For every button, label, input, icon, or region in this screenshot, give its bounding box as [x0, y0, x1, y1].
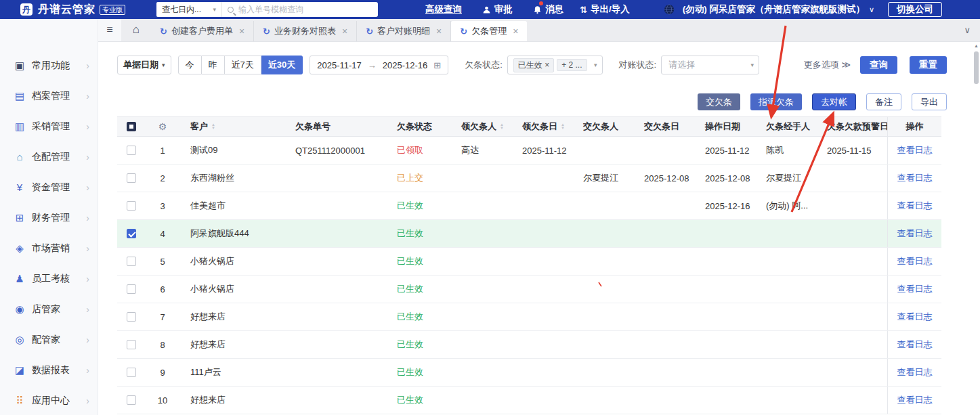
table-row[interactable]: 6小猪火锅店已生效查看日志 [117, 276, 941, 303]
view-log-link[interactable]: 查看日志 [897, 311, 933, 323]
refresh-icon[interactable]: ↻ [366, 26, 373, 37]
sort-icon[interactable]: ▲▼ [211, 123, 215, 130]
sidebar-item-warehouse[interactable]: ⌂仓配管理› [0, 141, 98, 172]
search-scope-select[interactable]: 查七日内... ▾ [156, 2, 222, 17]
iou-status-select[interactable]: 已生效 ×+ 2 ... ▾ [507, 56, 603, 74]
tab-business-finance-compare[interactable]: ↻业务财务对照表× [254, 21, 357, 41]
table-row[interactable]: 1测试09QT251112000001已领取高达2025-11-122025-1… [117, 137, 941, 165]
table-row[interactable]: 9111卢云已生效查看日志 [117, 359, 941, 387]
quick-range-0[interactable]: 今 [178, 56, 202, 74]
row-select-cell[interactable] [117, 220, 146, 247]
row-select-cell[interactable] [117, 331, 146, 358]
sidebar-item-common-functions[interactable]: ▣常用功能› [0, 50, 98, 81]
quick-range-1[interactable]: 昨 [202, 56, 225, 74]
submit-iou-button[interactable]: 交欠条 [698, 93, 740, 110]
column-header-handler[interactable]: 欠条经手人 [755, 117, 816, 136]
advanced-search-link[interactable]: 高级查询 [425, 3, 462, 16]
row-checkbox[interactable] [127, 257, 136, 266]
close-icon[interactable]: × [239, 26, 244, 37]
status-tag-1[interactable]: + 2 ... [557, 59, 587, 71]
column-header-submit_date[interactable]: 交欠条日 [633, 117, 694, 136]
view-log-link[interactable]: 查看日志 [897, 227, 933, 240]
view-log-link[interactable]: 查看日志 [897, 255, 933, 267]
sidebar-item-reports[interactable]: ◪数据报表› [0, 355, 98, 385]
more-options-link[interactable]: 更多选项 ≫ [804, 59, 851, 71]
tab-iou-management[interactable]: ↻欠条管理× [451, 21, 527, 41]
table-row[interactable]: 5小猪火锅店已生效查看日志 [117, 248, 941, 276]
row-checkbox[interactable] [127, 395, 136, 405]
column-header-receive_date[interactable]: 领欠条日▲▼ [511, 117, 572, 136]
table-row[interactable]: 2东西湖粉丝已上交尔夏提江2025-12-082025-12-08尔夏提江查看日… [117, 165, 941, 192]
quick-range-2[interactable]: 近7天 [225, 56, 261, 74]
select-all-checkbox[interactable] [127, 122, 136, 131]
row-checkbox[interactable] [127, 312, 136, 322]
sidebar-item-app-center[interactable]: ⠿应用中心› [0, 385, 98, 415]
query-button[interactable]: 查询 [860, 56, 897, 74]
go-reconcile-button[interactable]: 去对帐 [812, 93, 856, 110]
view-log-link[interactable]: 查看日志 [897, 200, 933, 212]
column-header-receiver[interactable]: 领欠条人▲▼ [450, 117, 511, 136]
row-checkbox[interactable] [127, 173, 136, 183]
scrollbar-thumb[interactable] [974, 51, 979, 84]
sidebar-item-shop-keeper[interactable]: ◉店管家› [0, 294, 98, 324]
row-select-cell[interactable] [117, 387, 146, 414]
vertical-scrollbar[interactable]: ▲ [973, 43, 979, 414]
export-button[interactable]: 导出 [912, 93, 947, 110]
refresh-icon[interactable]: ↻ [460, 26, 467, 37]
column-header-status[interactable]: 欠条状态 [386, 117, 450, 136]
column-header-submitter[interactable]: 交欠条人 [572, 117, 633, 136]
close-icon[interactable]: × [436, 26, 442, 37]
tabs-overflow-icon[interactable]: ∨ [954, 25, 980, 35]
row-select-cell[interactable] [117, 192, 146, 219]
view-log-link[interactable]: 查看日志 [897, 172, 933, 184]
status-tag-0[interactable]: 已生效 × [513, 58, 554, 72]
column-header-op_date[interactable]: 操作日期 [694, 117, 755, 136]
view-log-link[interactable]: 查看日志 [897, 283, 933, 295]
row-select-cell[interactable] [117, 137, 146, 164]
row-select-cell[interactable] [117, 303, 146, 330]
table-row[interactable]: 8好想来店已生效查看日志 [117, 331, 941, 359]
table-row[interactable]: 3佳美超市已生效2025-12-16(勿动) 阿...查看日志 [117, 192, 941, 220]
row-select-cell[interactable] [117, 359, 146, 386]
scroll-up-icon[interactable]: ▲ [973, 43, 979, 48]
view-log-link[interactable]: 查看日志 [897, 338, 933, 351]
close-icon[interactable]: × [342, 26, 347, 37]
view-log-link[interactable]: 查看日志 [897, 144, 933, 156]
close-icon[interactable]: × [513, 26, 518, 37]
row-select-cell[interactable] [117, 248, 146, 275]
recon-status-select[interactable]: 请选择 ▾ [661, 56, 759, 74]
sidebar-item-archives[interactable]: ▤档案管理› [0, 81, 98, 111]
quick-range-3[interactable]: 近30天 [261, 56, 303, 74]
import-export-button[interactable]: ⇅ 导出/导入 [580, 3, 630, 16]
switch-company-button[interactable]: 切换公司 [888, 2, 942, 17]
table-row[interactable]: 10好想来店已生效查看日志 [117, 387, 941, 414]
refresh-icon[interactable]: ↻ [263, 26, 270, 37]
home-icon[interactable]: ⌂ [121, 18, 151, 41]
row-select-cell[interactable] [117, 165, 146, 192]
assign-iou-button[interactable]: 指派欠条 [750, 93, 802, 110]
approval-button[interactable]: 审批 [482, 3, 513, 16]
reset-button[interactable]: 重置 [910, 56, 947, 74]
sidebar-item-funds[interactable]: ¥资金管理› [0, 172, 98, 202]
search-input[interactable] [238, 5, 372, 14]
refresh-icon[interactable]: ↻ [160, 26, 167, 37]
sidebar-item-finance[interactable]: ⊞财务管理› [0, 202, 98, 233]
table-row[interactable]: 4阿呆旗舰版444已生效查看日志 [117, 220, 941, 248]
row-select-cell[interactable] [117, 276, 146, 303]
row-checkbox[interactable] [127, 368, 136, 377]
collapse-menu-icon[interactable]: ≡ [98, 18, 121, 41]
sidebar-item-purchase-sales[interactable]: ▥采销管理› [0, 111, 98, 141]
column-header-action[interactable]: 操作 [887, 117, 941, 136]
sidebar-item-staff-assessment[interactable]: ♟员工考核› [0, 263, 98, 294]
column-header-warn_date[interactable]: 欠条欠款预警日期 [816, 117, 887, 136]
date-field-dropdown[interactable]: 单据日期 ▾ [117, 56, 171, 74]
column-header-iou_no[interactable]: 欠条单号 [284, 117, 386, 136]
row-checkbox[interactable] [127, 146, 136, 155]
tab-create-customer-expense[interactable]: ↻创建客户费用单× [151, 21, 254, 41]
row-checkbox[interactable] [127, 284, 136, 294]
column-header-customer[interactable]: 客户▲▼ [179, 117, 284, 136]
sidebar-item-delivery-keeper[interactable]: ◎配管家› [0, 324, 98, 355]
tab-customer-recon-detail[interactable]: ↻客户对账明细× [357, 21, 451, 41]
row-checkbox[interactable] [127, 201, 136, 211]
row-checkbox[interactable] [127, 340, 136, 349]
